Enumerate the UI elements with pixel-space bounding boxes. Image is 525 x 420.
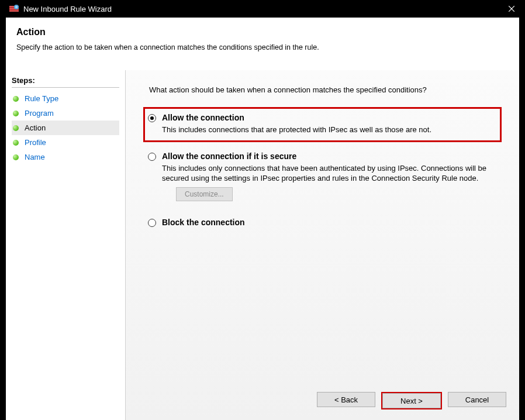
back-button[interactable]: < Back [317,392,375,407]
step-label: Action [25,123,46,132]
step-action[interactable]: Action [12,121,119,135]
svg-point-5 [15,6,18,8]
step-dot-icon [13,154,19,160]
svg-rect-3 [9,11,19,12]
option-title: Block the connection [162,218,496,227]
step-label: Profile [25,138,46,147]
step-dot-icon [13,140,19,146]
step-dot-icon [13,111,19,116]
content-area: Action Specify the action to be taken wh… [6,18,519,420]
radio-allow-secure[interactable] [148,153,156,161]
option-content: Allow the connection This includes conne… [162,113,496,135]
question-text: What action should be taken when a conne… [149,85,502,94]
step-label: Rule Type [25,94,58,103]
window-left-edge [0,0,6,420]
option-desc: This includes connections that are prote… [162,125,489,135]
step-program[interactable]: Program [12,106,119,121]
wizard-window: New Inbound Rule Wizard Action Specify t… [0,0,525,420]
page-subtitle: Specify the action to be taken when a co… [16,43,509,51]
step-dot-icon [13,125,19,131]
window-title: New Inbound Rule Wizard [23,5,498,13]
step-rule-type[interactable]: Rule Type [12,91,119,106]
footer-buttons: < Back Next > Cancel [317,392,506,409]
steps-heading: Steps: [12,74,119,88]
main-pane: What action should be taken when a conne… [126,70,519,420]
option-desc: This includes only connections that have… [162,163,489,184]
page-header: Action Specify the action to be taken wh… [6,18,519,60]
step-profile[interactable]: Profile [12,135,119,150]
body: Steps: Rule Type Program Action Profile [6,70,519,420]
option-content: Block the connection [162,218,496,229]
cancel-button[interactable]: Cancel [448,392,506,407]
option-allow-secure[interactable]: Allow the connection if it is secure Thi… [143,146,502,208]
radio-block[interactable] [148,219,156,227]
next-highlight: Next > [381,392,442,409]
next-button[interactable]: Next > [382,393,441,408]
step-name[interactable]: Name [12,150,119,164]
firewall-icon [9,4,19,13]
option-block[interactable]: Block the connection [143,212,502,236]
title-bar: New Inbound Rule Wizard [6,0,525,18]
option-title: Allow the connection [162,113,496,122]
step-label: Name [25,153,45,161]
option-title: Allow the connection if it is secure [162,152,496,161]
customize-button: Customize... [176,187,233,201]
radio-allow[interactable] [148,114,156,122]
option-content: Allow the connection if it is secure Thi… [162,152,496,201]
step-dot-icon [13,96,19,102]
steps-sidebar: Steps: Rule Type Program Action Profile [6,70,126,420]
close-button[interactable] [498,0,525,18]
option-allow[interactable]: Allow the connection This includes conne… [143,107,502,142]
step-label: Program [25,109,54,118]
page-title: Action [16,27,509,37]
